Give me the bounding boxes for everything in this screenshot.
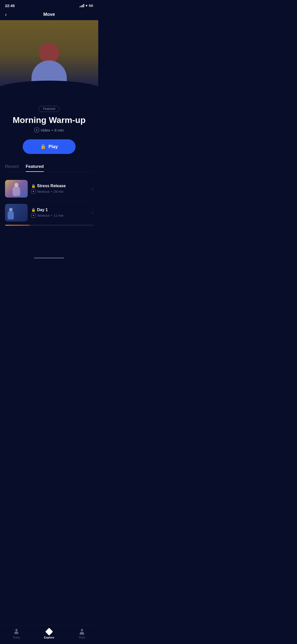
tab-featured[interactable]: Featured — [26, 164, 44, 172]
hero-image — [0, 20, 98, 106]
chevron-right-icon: › — [92, 210, 93, 215]
item2-duration: 11 min — [54, 214, 63, 217]
item2-title: Day 1 — [37, 208, 48, 212]
list-section: 🔒 Stress Release Workout • 29 min › 🔒 Da… — [0, 177, 98, 225]
signal-icon — [80, 4, 84, 7]
workout-meta: Video • 8 min — [5, 128, 93, 132]
workout-duration: 8 min — [54, 128, 64, 132]
video-label: Video — [41, 128, 50, 132]
thumbnail-stress-release — [5, 180, 28, 198]
progress-fill — [5, 225, 30, 226]
list-item[interactable]: 🔒 Stress Release Workout • 29 min › — [5, 177, 93, 201]
runner-body — [8, 211, 14, 219]
progress-bar-row — [0, 225, 98, 231]
list-info-stress-release: 🔒 Stress Release Workout • 29 min — [31, 184, 88, 194]
featured-badge: Featured — [39, 106, 59, 112]
play-label: Play — [48, 144, 58, 149]
item1-duration: 29 min — [54, 190, 63, 194]
progress-bar — [5, 225, 93, 226]
item1-type: Workout — [37, 190, 49, 194]
lock-icon: 🔒 — [40, 144, 46, 149]
thumb-figure-body — [13, 186, 20, 196]
play-button[interactable]: 🔒 Play — [23, 139, 75, 154]
tabs-row: Recent Featured — [5, 164, 93, 172]
status-time: 22:45 — [5, 4, 15, 8]
wifi-icon: ▾ — [86, 4, 87, 8]
item1-title: Stress Release — [37, 184, 66, 188]
thumbnail-day1 — [5, 204, 28, 221]
video-icon — [35, 128, 39, 132]
header: ‹ Move — [0, 10, 98, 20]
home-indicator — [34, 257, 64, 259]
tabs-section: Recent Featured — [0, 164, 98, 172]
content-section: Featured Morning Warm-up Video • 8 min 🔒… — [0, 106, 98, 164]
lock-icon-item2: 🔒 — [31, 208, 36, 212]
list-item[interactable]: 🔒 Day 1 Workout • 11 min › — [5, 201, 93, 225]
workout-title: Morning Warm-up — [5, 115, 93, 125]
lock-icon-item1: 🔒 — [31, 184, 36, 188]
video-icon-item2 — [31, 213, 36, 218]
item2-type: Workout — [37, 214, 49, 217]
header-title: Move — [43, 12, 55, 17]
status-bar: 22:45 ▾ 5G — [0, 0, 98, 10]
meta-separator: • — [52, 128, 53, 132]
tab-recent[interactable]: Recent — [5, 164, 19, 172]
video-icon-item1 — [31, 189, 36, 194]
status-icons: ▾ 5G — [80, 4, 93, 8]
hero-curve — [0, 81, 98, 106]
network-type: 5G — [89, 4, 93, 8]
chevron-right-icon: › — [92, 186, 93, 191]
back-button[interactable]: ‹ — [5, 12, 7, 17]
figure-head — [39, 43, 59, 63]
runner-figure — [8, 208, 14, 219]
list-info-day1: 🔒 Day 1 Workout • 11 min — [31, 208, 88, 218]
